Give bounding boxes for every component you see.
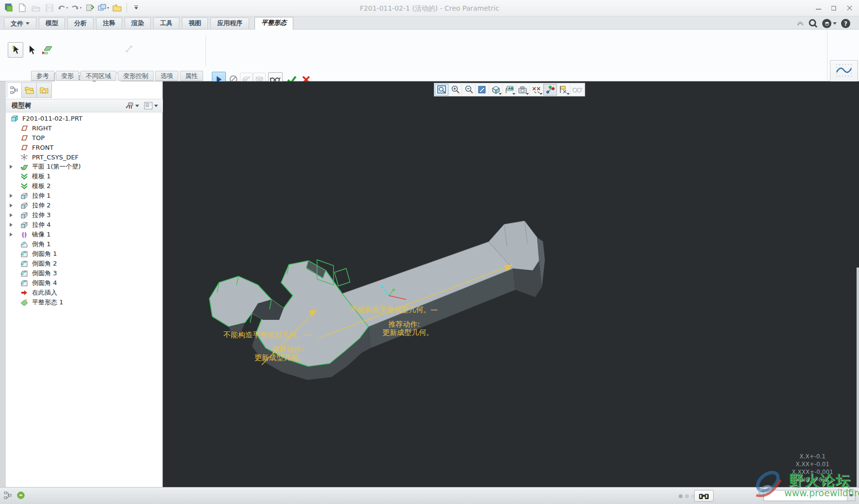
tab-0[interactable]: 模型 [39,17,65,29]
tab-model-tree[interactable] [7,82,22,98]
chevron-down-icon[interactable] [833,22,837,25]
expand-arrow-icon[interactable] [9,165,14,169]
tab-favorites[interactable] [37,82,52,98]
tab-2[interactable]: 注释 [96,17,122,29]
tolerance-line: X.XX+-0.01 [788,460,837,468]
expand-arrow-icon[interactable] [9,223,14,227]
flatten-icon [20,299,29,306]
expand-arrow-icon[interactable] [9,233,14,237]
tree-filters-button[interactable] [125,102,139,110]
expand-spacer [9,291,14,295]
tree-item-label: FRONT [31,144,55,151]
dashboard-tab-4[interactable]: 选项 [155,71,178,81]
tree-item-label: RIGHT [31,125,53,132]
help-icon[interactable]: ? [841,19,850,28]
tree-item-label: 拉伸 1 [31,191,52,200]
customize-toolbar-button[interactable] [130,2,142,14]
tree-item[interactable]: 拉伸 4 [6,220,163,230]
dashboard-tab-2[interactable]: 不同区域 [80,71,116,81]
folder-up-button[interactable] [111,2,123,14]
tree-item[interactable]: 模板 1 [6,172,163,181]
dashboard-tab-3[interactable]: 变形控制 [118,71,154,81]
tree-item[interactable]: 平整形态 1 [6,298,163,307]
close-button[interactable] [844,4,855,12]
switch-references-icon[interactable] [124,44,134,54]
search-icon[interactable] [809,19,818,28]
save-button[interactable] [44,2,55,14]
tree-settings-button[interactable] [144,102,158,110]
resource-center-icon[interactable] [822,19,831,28]
tree-item[interactable]: 倒圆角 3 [6,268,163,278]
select-arrow-button[interactable] [25,42,38,58]
expand-spacer [9,126,14,130]
tree-item-label: 镜像 1 [31,230,52,239]
chevron-down-icon [135,105,139,107]
expand-spacer [9,300,14,305]
part-icon [10,114,19,122]
dashboard-tab-1[interactable]: 变形 [56,71,79,81]
tolerance-block: X.X+-0.1X.XX+-0.01X.XXX+-0.001ANG.+-0.5 [788,453,837,484]
quick-access-toolbar [3,2,142,14]
ribbon-tab-row: 文件 模型分析注释渲染工具视图应用程序 平整形态 [0,16,859,30]
graphics-viewport[interactable]: AB [163,81,859,487]
tree-item[interactable]: 模板 2 [6,181,163,191]
restore-button[interactable] [829,4,840,12]
tree-item-label: 在此插入 [31,288,59,297]
redo-button[interactable] [71,2,82,14]
tree-item[interactable]: 在此插入 [6,288,163,298]
expand-arrow-icon[interactable] [9,194,14,198]
search-filter-combobox[interactable] [764,490,856,501]
tab-file[interactable]: 文件 [4,17,36,29]
tree-item-label: 平面 1(第一个壁) [31,162,82,171]
template-icon [20,173,29,180]
tree-item-label: 模板 1 [31,172,52,181]
tree-item[interactable]: RIGHT [6,123,163,133]
tab-4[interactable]: 工具 [153,17,179,29]
dashboard-tab-0[interactable]: 参考 [31,71,54,81]
dashboard-tab-5[interactable]: 属性 [180,71,203,81]
wrench-model[interactable] [163,81,859,487]
tree-item[interactable]: 拉伸 1 [6,191,163,201]
collapse-ribbon-icon[interactable] [796,21,804,26]
tree-item-label: TOP [31,134,46,142]
smart-select-button[interactable] [8,42,23,58]
tolerance-line: ANG.+-0.5 [788,476,837,484]
tab-active-flatten-state[interactable]: 平整形态 [255,17,293,30]
undo-button[interactable] [57,2,69,14]
open-file-button[interactable] [30,2,42,14]
tree-item[interactable]: 平面 1(第一个壁) [6,162,163,172]
expand-arrow-icon[interactable] [9,213,14,218]
toggle-tree-icon[interactable] [4,491,13,500]
toggle-browser-icon[interactable] [16,491,25,500]
chevron-down-icon[interactable] [847,490,855,501]
tree-item[interactable]: PRT_CSYS_DEF [6,152,163,162]
datum-plane-icon [20,124,29,132]
windows-button[interactable] [98,2,110,14]
tree-item[interactable]: 拉伸 2 [6,201,163,210]
tree-item[interactable]: 倒圆角 2 [6,259,163,268]
tab-6[interactable]: 应用程序 [210,17,249,29]
tab-file-label: 文件 [11,18,23,29]
tab-1[interactable]: 分析 [67,17,94,29]
tree-item[interactable]: F201-011-02-1.PRT [6,113,163,123]
tree-item[interactable]: 拉伸 3 [6,210,163,220]
insert-here-icon [20,289,29,297]
find-binoculars-button[interactable] [694,490,714,502]
round-icon [20,260,29,268]
tree-item-label: 倒圆角 3 [31,269,58,278]
tab-5[interactable]: 视图 [182,17,208,29]
app-icon[interactable] [3,2,15,14]
expand-arrow-icon[interactable] [9,204,14,208]
tolerance-line: X.X+-0.1 [788,453,837,460]
tree-item[interactable]: 镜像 1 [6,230,163,239]
minimize-button[interactable] [813,4,824,12]
new-file-button[interactable] [16,2,28,14]
regenerate-button[interactable] [84,2,96,14]
tree-item[interactable]: 倒角 1 [6,239,163,249]
tree-item[interactable]: FRONT [6,142,163,152]
tab-folder-browser[interactable] [22,82,37,98]
tree-item[interactable]: TOP [6,133,163,142]
tab-3[interactable]: 渲染 [125,17,151,29]
tree-item[interactable]: 倒圆角 4 [6,278,163,288]
tree-item[interactable]: 倒圆角 1 [6,249,163,259]
